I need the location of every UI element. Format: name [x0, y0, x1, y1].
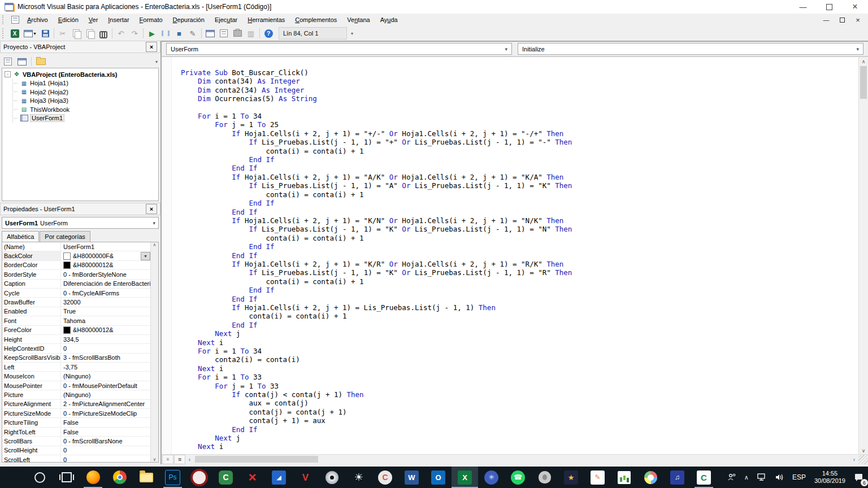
property-row-forecolor[interactable]: ForeColor&H80000012&	[2, 326, 158, 335]
action-center-button[interactable]: 6	[850, 467, 868, 488]
properties-window-button[interactable]	[217, 27, 231, 40]
property-row-font[interactable]: FontTahoma	[2, 316, 158, 325]
property-value[interactable]: Tahoma	[61, 316, 158, 325]
property-row-scrollleft[interactable]: ScrollLeft0	[2, 455, 158, 463]
project-item-hoja1[interactable]: ▦Hoja1 (Hoja1)	[14, 79, 158, 88]
excel-button[interactable]: X	[452, 467, 478, 488]
outlook-button[interactable]: O	[425, 467, 452, 488]
menu-item-insertar[interactable]: Insertar	[103, 15, 134, 25]
task-view-button[interactable]	[53, 467, 80, 488]
volume-button[interactable]	[771, 467, 788, 488]
scroll-right-icon[interactable]: ›	[850, 455, 858, 464]
property-row-bordercolor[interactable]: BorderColor&H80000012&	[2, 261, 158, 270]
audio-app-button[interactable]: ♫	[664, 467, 691, 488]
scroll-up-icon[interactable]: ∧	[859, 57, 868, 66]
property-value[interactable]: 3 - fmScrollBarsBoth	[61, 354, 158, 362]
property-row-name[interactable]: (Name)UserForm1	[2, 242, 158, 251]
property-row-caption[interactable]: CaptionDiferenciación de EnteroBacteria	[2, 280, 158, 289]
start-button[interactable]	[0, 467, 27, 488]
menu-item-ejecutar[interactable]: Ejecutar	[210, 15, 242, 25]
properties-scrollbar[interactable]: ∧ ∨	[150, 242, 158, 462]
toolbar-grip[interactable]	[2, 28, 6, 38]
paste-button[interactable]	[83, 27, 97, 40]
property-value[interactable]: 334,5	[61, 335, 158, 343]
save-button[interactable]	[38, 27, 52, 40]
red-v-app-button[interactable]: V	[292, 467, 319, 488]
menu-item-formato[interactable]: Formato	[134, 15, 168, 25]
property-row-backcolor[interactable]: BackColor&H8000000F&▼	[2, 251, 158, 260]
toggle-folders-button[interactable]	[34, 56, 47, 67]
vertical-scrollbar[interactable]: ∧ ∨	[858, 57, 868, 455]
find-button[interactable]	[97, 27, 110, 40]
camtasia-green-button[interactable]: C	[212, 467, 239, 488]
property-value[interactable]: &H80000012&	[61, 326, 158, 334]
property-row-keepscrollbarsvisible[interactable]: KeepScrollBarsVisible3 - fmScrollBarsBot…	[2, 354, 158, 363]
property-row-cycle[interactable]: Cycle0 - fmCycleAllForms	[2, 289, 158, 298]
full-module-view-button[interactable]: ≣	[174, 455, 185, 464]
whatsapp-button[interactable]: ☎	[505, 467, 531, 488]
restore-button[interactable]	[816, 0, 842, 14]
property-row-mousepointer[interactable]: MousePointer0 - fmMousePointerDefault	[2, 381, 158, 390]
spreadsheet-chart-app-button[interactable]	[611, 467, 637, 488]
property-value[interactable]: (Ninguno)	[61, 390, 158, 399]
mdi-close-button[interactable]: ×	[850, 15, 866, 25]
project-item-hoja2[interactable]: ▦Hoja2 (Hoja2)	[14, 88, 158, 97]
run-button[interactable]: ▶	[145, 27, 159, 40]
tab-alfabética[interactable]: Alfabética	[2, 231, 39, 242]
project-close-button[interactable]: ×	[146, 42, 157, 52]
mdi-minimize-button[interactable]: —	[818, 15, 834, 25]
property-value[interactable]: 0 - fmCycleAllForms	[61, 289, 158, 297]
collapse-icon[interactable]: -	[5, 71, 11, 77]
property-row-picturealignment[interactable]: PictureAlignment2 - fmPictureAlignmentCe…	[2, 400, 158, 409]
menu-item-edicion[interactable]: Edición	[53, 15, 84, 25]
minimize-button[interactable]: —	[790, 0, 816, 14]
word-button[interactable]: W	[398, 467, 425, 488]
object-dropdown[interactable]: UserForm ▾	[166, 43, 512, 55]
menu-item-ayuda[interactable]: Ayuda	[375, 15, 403, 25]
property-value[interactable]: True	[61, 307, 158, 316]
property-row-scrollbars[interactable]: ScrollBars0 - fmScrollBarsNone	[2, 437, 158, 446]
redo-button[interactable]: ↷	[128, 27, 141, 40]
property-value[interactable]: 0 - fmMousePointerDefault	[61, 381, 158, 390]
nero-button[interactable]	[186, 467, 212, 488]
object-selector-dropdown[interactable]: UserForm1 UserForm ▾	[2, 217, 159, 229]
property-value[interactable]: False	[61, 428, 158, 436]
notes-app-button[interactable]: ✎	[584, 467, 611, 488]
cut-button[interactable]: ✂	[56, 27, 70, 40]
brightness-app-button[interactable]: ☀	[345, 467, 372, 488]
menu-item-herramientas[interactable]: Herramientas	[242, 15, 290, 25]
undo-button[interactable]: ↶	[114, 27, 128, 40]
camtasia-white-button[interactable]: C	[691, 467, 717, 488]
property-row-scrollheight[interactable]: ScrollHeight0	[2, 446, 158, 455]
properties-close-button[interactable]: ×	[146, 204, 157, 214]
property-value[interactable]: 32000	[61, 298, 158, 306]
toolbar-overflow-button[interactable]: ▾	[348, 27, 356, 40]
firefox-button[interactable]	[80, 467, 106, 488]
toolbox-button[interactable]	[231, 27, 244, 40]
view-microsoft-excel-button[interactable]: X	[8, 27, 21, 40]
movie-maker-button[interactable]: ★	[558, 467, 584, 488]
property-value[interactable]: 2 - fmPictureAlignmentCenter	[61, 400, 158, 408]
project-explorer-button[interactable]	[203, 27, 217, 40]
scroll-down-icon[interactable]: ∨	[859, 446, 868, 455]
property-value[interactable]: UserForm1	[61, 242, 158, 251]
snipping-blue-button[interactable]: ◢	[266, 467, 292, 488]
property-row-helpcontextid[interactable]: HelpContextID0	[2, 344, 158, 353]
project-item-userform1[interactable]: UserForm1	[14, 114, 158, 123]
code-editor[interactable]: Private Sub Bot_Buscar_Click() Dim conta…	[162, 57, 859, 455]
procedure-dropdown[interactable]: Initialize ▾	[518, 43, 863, 55]
menu-item-ver[interactable]: Ver	[84, 15, 103, 25]
menu-item-complementos[interactable]: Complementos	[290, 15, 342, 25]
property-value[interactable]: &H80000012&	[61, 261, 158, 269]
property-value[interactable]: Diferenciación de EnteroBacteria	[61, 280, 158, 288]
network-button[interactable]	[753, 467, 771, 488]
resize-grip[interactable]	[858, 455, 868, 464]
property-row-left[interactable]: Left-3,75	[2, 363, 158, 372]
property-dropdown-button[interactable]: ▼	[141, 252, 150, 260]
property-row-picture[interactable]: Picture(Ninguno)	[2, 390, 158, 399]
close-button[interactable]: ×	[842, 0, 868, 14]
project-toolbar-overflow-button[interactable]: ▾	[155, 59, 158, 64]
property-value[interactable]: 0 - fmScrollBarsNone	[61, 437, 158, 445]
cortana-button[interactable]	[27, 467, 53, 488]
chrome-button[interactable]	[106, 467, 133, 488]
